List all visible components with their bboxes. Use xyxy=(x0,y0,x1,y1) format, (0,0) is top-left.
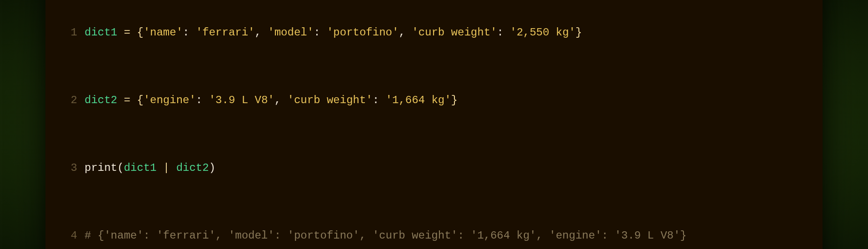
variable: dict1 xyxy=(124,162,156,174)
code-line-3: 3 print(dict1 | dict2) xyxy=(63,159,805,176)
string-value: '1,664 kg' xyxy=(386,94,451,106)
code-content: print(dict1 | dict2) xyxy=(85,159,215,176)
line-number: 2 xyxy=(63,92,77,109)
string-key: 'curb weight' xyxy=(412,26,497,39)
string-value: '2,550 kg' xyxy=(510,26,575,39)
code-content: dict2 = {'engine': '3.9 L V8', 'curb wei… xyxy=(85,92,458,109)
line-number: 3 xyxy=(63,159,77,176)
line-number: 1 xyxy=(63,24,77,41)
variable: dict1 xyxy=(85,26,117,39)
string-key: 'name' xyxy=(144,26,183,39)
string-key: 'model' xyxy=(268,26,314,39)
string-value: '3.9 L V8' xyxy=(209,94,274,106)
brace-close: } xyxy=(575,26,582,39)
variable: dict2 xyxy=(85,94,117,106)
operator-equals: = xyxy=(124,26,130,39)
line-number: 4 xyxy=(63,227,77,244)
paren-open: ( xyxy=(117,162,124,174)
code-line-4: 4 # {'name': 'ferrari', 'model': 'portof… xyxy=(63,227,805,244)
code-editor-window: 1 dict1 = {'name': 'ferrari', 'model': '… xyxy=(45,0,823,249)
string-value: 'ferrari' xyxy=(196,26,255,39)
brace-close: } xyxy=(451,94,458,106)
function-call: print xyxy=(85,162,117,174)
code-block: 1 dict1 = {'name': 'ferrari', 'model': '… xyxy=(63,0,805,249)
paren-close: ) xyxy=(209,162,215,174)
operator-pipe: | xyxy=(163,162,170,174)
comment: # {'name': 'ferrari', 'model': 'portofin… xyxy=(85,229,687,242)
code-line-2: 2 dict2 = {'engine': '3.9 L V8', 'curb w… xyxy=(63,92,805,109)
brace-open: { xyxy=(137,26,143,39)
code-line-1: 1 dict1 = {'name': 'ferrari', 'model': '… xyxy=(63,24,805,41)
string-key: 'curb weight' xyxy=(288,94,373,106)
brace-open: { xyxy=(137,94,143,106)
string-value: 'portofino' xyxy=(327,26,399,39)
variable: dict2 xyxy=(176,162,209,174)
string-key: 'engine' xyxy=(144,94,196,106)
operator-equals: = xyxy=(124,94,130,106)
code-content: # {'name': 'ferrari', 'model': 'portofin… xyxy=(85,227,687,244)
code-content: dict1 = {'name': 'ferrari', 'model': 'po… xyxy=(85,24,582,41)
